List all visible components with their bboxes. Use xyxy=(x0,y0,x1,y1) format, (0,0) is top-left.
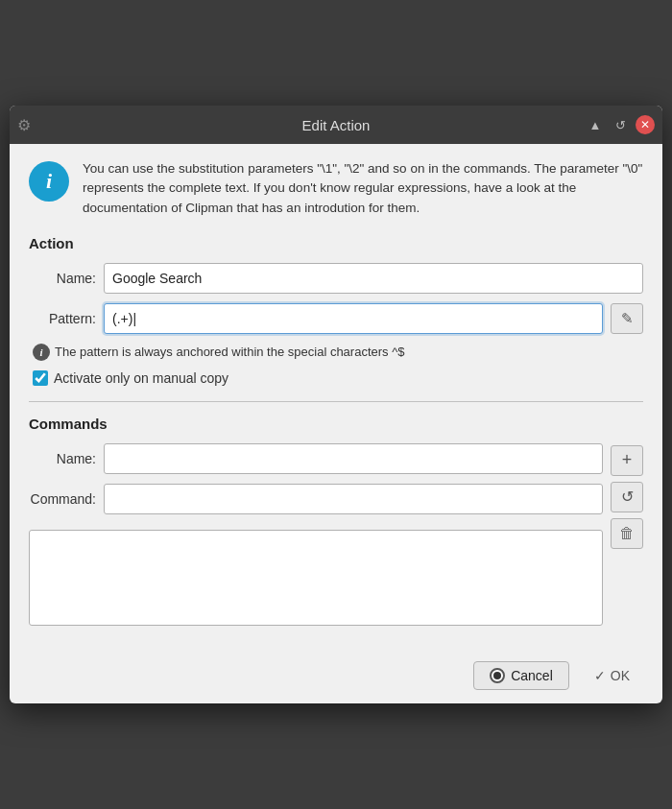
trash-icon: 🗑 xyxy=(619,525,635,542)
refresh-icon: ↺ xyxy=(621,488,634,506)
titlebar-controls: ▲ ↺ ✕ xyxy=(586,115,655,134)
cmd-name-row: Name: xyxy=(29,443,603,474)
info-icon: i xyxy=(29,161,69,202)
dialog-footer: Cancel ✓ OK xyxy=(10,652,662,703)
cmd-name-input[interactable] xyxy=(104,443,603,474)
titlebar-gear-icon: ⚙ xyxy=(17,116,31,134)
commands-action-buttons: + ↺ 🗑 xyxy=(611,443,643,629)
info-box: i You can use the substitution parameter… xyxy=(29,159,643,218)
close-icon[interactable]: ✕ xyxy=(636,115,655,134)
cancel-radio-icon xyxy=(490,668,505,683)
minimize-icon[interactable]: ▲ xyxy=(586,115,605,134)
action-section-title: Action xyxy=(29,235,643,251)
dialog-title: Edit Action xyxy=(302,117,371,133)
cancel-button[interactable]: Cancel xyxy=(473,661,569,690)
commands-fields: Name: Command: xyxy=(29,443,603,629)
pattern-label: Pattern: xyxy=(29,311,96,326)
ok-label: OK xyxy=(611,668,630,683)
cmd-command-label: Command: xyxy=(29,491,96,507)
pencil-icon: ✎ xyxy=(621,310,634,327)
delete-command-button[interactable]: 🗑 xyxy=(611,518,643,549)
hint-info-icon: i xyxy=(33,344,50,361)
plus-icon: + xyxy=(622,450,633,470)
info-text: You can use the substitution parameters … xyxy=(83,159,643,218)
cancel-radio-inner xyxy=(493,672,501,679)
name-row: Name: xyxy=(29,263,643,294)
cmd-command-input[interactable] xyxy=(104,484,603,514)
checkbox-row: Activate only on manual copy xyxy=(33,370,643,386)
commands-form: Name: Command: + xyxy=(29,443,643,629)
pattern-row: Pattern: ✎ xyxy=(29,303,643,334)
cancel-label: Cancel xyxy=(511,668,553,683)
name-input[interactable] xyxy=(104,263,643,294)
edit-pattern-button[interactable]: ✎ xyxy=(611,303,643,334)
section-divider xyxy=(29,401,643,402)
dialog-body: i You can use the substitution parameter… xyxy=(10,144,662,652)
checkmark-icon: ✓ xyxy=(594,668,606,683)
cmd-command-row: Command: xyxy=(29,484,603,514)
ok-button[interactable]: ✓ OK xyxy=(581,662,643,689)
refresh-icon[interactable]: ↺ xyxy=(611,115,630,134)
pattern-input[interactable] xyxy=(104,303,603,334)
hint-row: i The pattern is always anchored within … xyxy=(33,344,643,361)
hint-text: The pattern is always anchored within th… xyxy=(55,345,405,359)
gear-icon: ⚙ xyxy=(17,117,31,133)
name-label: Name: xyxy=(29,271,96,286)
edit-action-dialog: ⚙ Edit Action ▲ ↺ ✕ i You can use the su… xyxy=(10,106,662,703)
add-command-button[interactable]: + xyxy=(611,445,643,476)
cmd-textarea[interactable] xyxy=(29,530,603,626)
action-section: Action Name: Pattern: ✎ i The pattern is… xyxy=(29,235,643,386)
cmd-name-label: Name: xyxy=(29,451,96,466)
titlebar: ⚙ Edit Action ▲ ↺ ✕ xyxy=(10,106,662,144)
manual-copy-checkbox[interactable] xyxy=(33,370,48,386)
refresh-command-button[interactable]: ↺ xyxy=(611,482,643,512)
manual-copy-label[interactable]: Activate only on manual copy xyxy=(54,370,228,386)
commands-section-title: Commands xyxy=(29,416,643,432)
commands-section: Commands Name: Command: xyxy=(29,416,643,629)
